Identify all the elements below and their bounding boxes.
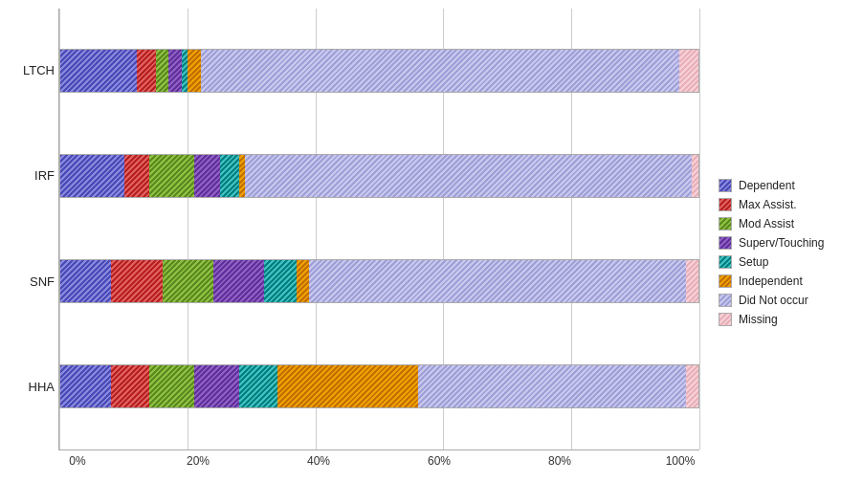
legend-color-box xyxy=(719,198,732,211)
bar-segment-independent xyxy=(188,50,200,92)
bar-segment-superv xyxy=(168,50,181,92)
legend-label: Superv/Touching xyxy=(739,236,824,250)
bar-segment-setup xyxy=(239,365,277,407)
legend-color-box xyxy=(719,294,732,307)
legend-item: Dependent xyxy=(719,179,852,192)
x-axis-label: 100% xyxy=(661,454,699,468)
bar-segment-setup xyxy=(264,260,296,302)
bar-segment-superv xyxy=(213,260,264,302)
bar-segment-max-assist xyxy=(111,260,162,302)
legend-item: Setup xyxy=(719,255,852,269)
x-axis: 0%20%40%60%80%100% xyxy=(58,454,699,468)
bar-segment-max-assist xyxy=(137,50,156,92)
bar-track xyxy=(59,259,699,303)
bar-segment-didnot xyxy=(418,365,686,407)
legend: DependentMax Assist.Mod AssistSuperv/Tou… xyxy=(699,9,852,496)
bar-segment-independent xyxy=(239,155,246,197)
legend-label: Mod Assist xyxy=(739,217,794,230)
bar-segment-setup xyxy=(182,50,188,92)
bar-segment-missing xyxy=(692,155,698,197)
legend-item: Independent xyxy=(719,274,852,288)
legend-color-box xyxy=(719,255,732,269)
bar-segment-dependent xyxy=(60,365,111,407)
legend-label: Did Not occur xyxy=(739,294,808,307)
x-axis-label: 0% xyxy=(58,454,97,468)
legend-color-box xyxy=(719,236,732,250)
legend-label: Setup xyxy=(739,255,768,269)
bar-segment-max-assist xyxy=(111,365,149,407)
bar-row: SNF xyxy=(59,252,699,310)
bar-segment-setup xyxy=(220,155,239,197)
bar-segment-dependent xyxy=(60,50,137,92)
x-axis-label: 40% xyxy=(299,454,338,468)
bar-row: HHA xyxy=(59,358,699,415)
bar-track xyxy=(59,154,699,198)
bar-segment-mod-assist xyxy=(149,365,194,407)
x-axis-label: 80% xyxy=(541,454,579,468)
x-axis-label: 20% xyxy=(179,454,217,468)
bar-segment-didnot xyxy=(309,260,686,302)
legend-label: Missing xyxy=(739,313,778,326)
legend-color-box xyxy=(719,313,732,326)
legend-color-box xyxy=(719,217,732,230)
bar-segment-dependent xyxy=(60,155,124,197)
chart-area: LTCHIRFSNFHHA 0%20%40%60%80%100% xyxy=(11,9,699,496)
x-axis-label: 60% xyxy=(420,454,458,468)
legend-color-box xyxy=(719,274,732,288)
bar-segment-missing xyxy=(679,50,698,92)
bar-segment-independent xyxy=(277,365,418,407)
bar-segment-max-assist xyxy=(124,155,150,197)
legend-item: Superv/Touching xyxy=(719,236,852,250)
bar-label: HHA xyxy=(16,380,55,394)
legend-label: Max Assist. xyxy=(739,198,797,211)
bar-segment-didnot xyxy=(201,50,679,92)
bars-area: LTCHIRFSNFHHA xyxy=(58,9,699,450)
bar-segment-didnot xyxy=(245,155,692,197)
bar-track xyxy=(59,364,699,408)
bar-segment-mod-assist xyxy=(156,50,168,92)
legend-label: Dependent xyxy=(739,179,795,192)
bar-segment-missing xyxy=(686,260,698,302)
bar-segment-superv xyxy=(194,155,220,197)
bar-segment-mod-assist xyxy=(163,260,213,302)
bar-row: IRF xyxy=(59,147,699,205)
legend-item: Did Not occur xyxy=(719,294,852,307)
bar-segment-superv xyxy=(194,365,239,407)
legend-color-box xyxy=(719,179,732,192)
legend-item: Max Assist. xyxy=(719,198,852,211)
bar-label: LTCH xyxy=(16,63,55,77)
bar-segment-missing xyxy=(686,365,698,407)
legend-item: Missing xyxy=(719,313,852,326)
legend-item: Mod Assist xyxy=(719,217,852,230)
legend-label: Independent xyxy=(739,274,803,288)
bar-segment-independent xyxy=(297,260,309,302)
bar-label: SNF xyxy=(16,274,55,289)
bar-row: LTCH xyxy=(59,42,699,99)
bar-segment-mod-assist xyxy=(149,155,194,197)
chart-container: LTCHIRFSNFHHA 0%20%40%60%80%100% Depende… xyxy=(11,9,852,496)
bar-track xyxy=(59,49,699,93)
bar-segment-dependent xyxy=(60,260,111,302)
bar-label: IRF xyxy=(16,168,55,183)
